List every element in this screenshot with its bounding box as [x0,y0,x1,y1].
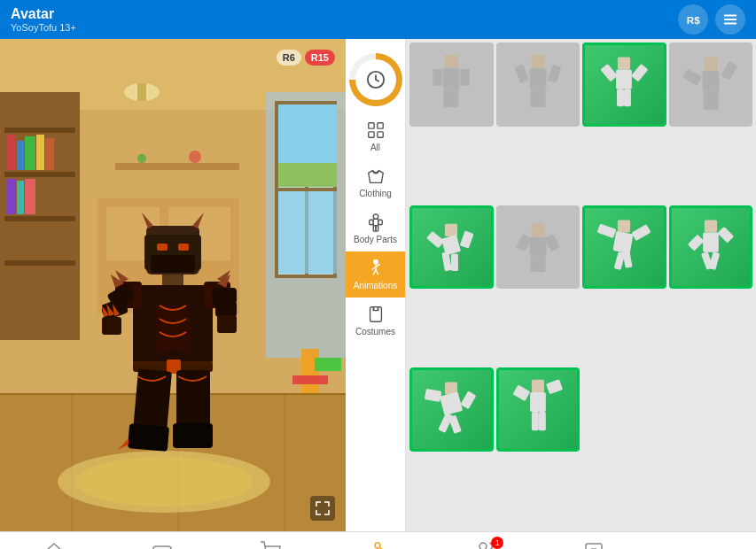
svg-rect-83 [377,123,382,128]
nav-item-chat[interactable]: CHAT [567,541,620,550]
sidebar-animations-label: Animations [354,281,397,290]
animation-item-6[interactable] [496,205,581,290]
sidebar-item-body-parts[interactable]: Body Parts [346,205,405,251]
svg-rect-131 [531,223,544,236]
svg-line-96 [373,269,376,274]
sidebar-bodyparts-label: Body Parts [354,235,397,244]
svg-marker-51 [142,213,153,228]
sidebar-item-all[interactable]: All [346,113,405,159]
svg-rect-84 [368,132,373,137]
svg-rect-121 [682,69,702,86]
svg-rect-101 [445,55,458,68]
svg-rect-76 [128,423,169,452]
svg-rect-138 [613,231,634,253]
sidebar-item-animations[interactable]: Animations [346,251,405,298]
svg-rect-18 [7,179,16,214]
svg-rect-151 [425,389,442,402]
svg-rect-160 [539,412,546,430]
animation-item-10[interactable] [496,367,581,452]
svg-rect-143 [705,220,717,232]
friends-badge: 1 [491,537,503,549]
sidebar-clothing-label: Clothing [359,189,392,198]
recent-circle[interactable] [349,53,402,106]
animation-item-7[interactable] [582,205,666,290]
svg-rect-39 [284,393,285,531]
svg-marker-52 [192,213,204,228]
svg-rect-117 [617,89,624,106]
r15-button[interactable]: R15 [305,50,335,66]
animation-item-5[interactable] [409,205,494,290]
header-right: R$ [678,4,745,35]
app-title: Avatar [11,6,76,22]
avatar-viewport: R6 R15 [0,39,346,531]
main-area: R6 R15 [0,39,756,531]
svg-rect-132 [529,237,546,256]
svg-rect-1 [724,15,737,17]
svg-rect-89 [378,220,382,225]
svg-point-92 [373,259,378,264]
svg-rect-15 [25,136,35,170]
svg-rect-157 [512,385,530,402]
svg-rect-110 [547,65,561,83]
animation-item-2[interactable] [496,43,581,127]
animation-item-9[interactable] [409,367,494,452]
r6-button[interactable]: R6 [277,50,301,66]
svg-rect-126 [441,235,461,255]
svg-line-97 [376,269,378,274]
animation-item-1[interactable] [409,43,494,127]
svg-rect-159 [532,412,539,430]
svg-rect-136 [538,255,546,272]
svg-rect-150 [440,391,463,415]
svg-rect-142 [623,250,633,268]
menu-button[interactable] [715,4,745,35]
username-subtitle: YoSoyTofu 13+ [11,22,76,33]
friends-badge-container: 1 [475,540,496,550]
svg-rect-19 [17,181,24,214]
nav-item-catalog[interactable]: CATALOG [244,541,297,550]
content-panel [406,39,756,531]
svg-rect-7 [137,83,146,101]
svg-rect-122 [721,61,737,81]
avatar-figure [93,195,253,478]
nav-item-games[interactable]: GAMES [136,541,189,550]
svg-rect-140 [632,224,651,241]
svg-rect-87 [373,219,378,225]
svg-rect-13 [7,135,16,170]
header: Avatar YoSoyTofu 13+ R$ [0,0,756,39]
svg-rect-30 [278,163,337,187]
animation-item-4[interactable] [669,43,753,127]
nav-item-home[interactable]: HOME [27,541,81,550]
svg-rect-82 [368,123,373,128]
svg-rect-145 [688,234,705,251]
robux-button[interactable]: R$ [678,4,708,35]
svg-rect-161 [153,546,171,550]
svg-rect-155 [532,380,544,392]
expand-button[interactable] [310,496,335,521]
svg-rect-28 [275,188,337,191]
animation-grid [406,39,756,531]
svg-rect-106 [451,89,459,108]
svg-rect-3 [724,23,737,25]
svg-rect-156 [530,392,546,412]
room-details [0,39,346,531]
svg-rect-102 [443,68,460,89]
sidebar-item-clothing[interactable]: Clothing [346,159,405,205]
nav-item-avatar[interactable]: AVATAR [351,541,404,550]
animation-item-8[interactable] [669,205,753,290]
svg-rect-72 [217,315,237,333]
svg-rect-85 [377,132,382,137]
sidebar-item-costumes[interactable]: Costumes [346,298,405,344]
svg-rect-144 [703,232,719,251]
svg-rect-134 [544,234,560,251]
svg-point-46 [137,154,146,163]
svg-rect-54 [178,244,189,251]
rig-toggle: R6 R15 [277,50,335,66]
svg-rect-123 [703,92,711,111]
svg-rect-124 [711,92,719,111]
header-left: Avatar YoSoyTofu 13+ [11,6,76,33]
svg-rect-103 [433,69,441,86]
animation-item-3[interactable] [582,43,666,127]
svg-rect-158 [546,379,563,394]
nav-item-more[interactable]: MORE [675,541,729,550]
nav-item-friends[interactable]: 1 FRIENDS [459,540,512,550]
